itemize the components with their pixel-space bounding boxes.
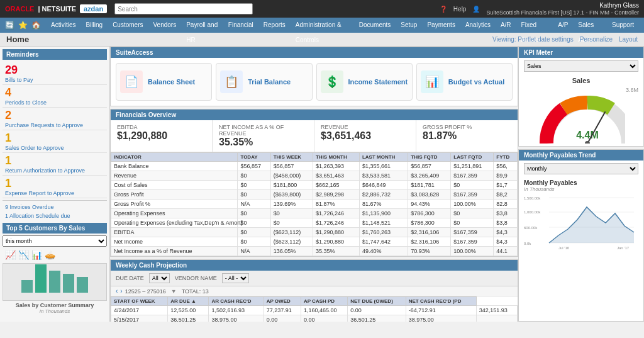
col-indicator: INDICATOR <box>111 153 238 162</box>
table-cell: $1,135,900 <box>359 209 408 218</box>
fin-table-wrap: INDICATOR TODAY THIS WEEK THIS MONTH LAS… <box>111 152 518 256</box>
payables-title: Monthly Payables Trend <box>519 150 643 161</box>
due-date-select[interactable]: All <box>149 273 170 283</box>
gauge-svg: 4.4M <box>537 93 625 144</box>
menu-fixed-assets[interactable]: Fixed Assets <box>516 18 553 33</box>
refresh-icon[interactable]: 🔄 <box>5 21 14 30</box>
tile-budget-vs-actual[interactable]: 📊 Budget vs Actual <box>416 63 513 101</box>
payables-chart-sub: In Thousands <box>524 186 638 192</box>
income-statement-icon: 💲 <box>321 70 343 93</box>
reminder-link-return[interactable]: Return Authorization to Approve <box>5 167 104 174</box>
area-chart-icon[interactable]: 📉 <box>18 250 29 260</box>
bar-chart-icon[interactable]: 📊 <box>31 250 42 260</box>
home-icon[interactable]: 🏠 <box>31 21 41 30</box>
table-cell: $1,251,891 <box>451 162 494 171</box>
page-title: Home <box>6 35 29 44</box>
reminder-purchase: 2 Purchase Requests to Approve <box>3 108 107 130</box>
table-cell: $0 <box>238 209 270 218</box>
menu-reports[interactable]: Reports <box>258 18 291 33</box>
table-cell: $1,355,661 <box>359 162 408 171</box>
invoices-overdue[interactable]: 9 Invoices Overdue <box>3 203 107 211</box>
reminder-link-sales[interactable]: Sales Order to Approve <box>5 145 104 151</box>
menu-vendors[interactable]: Vendors <box>148 18 182 33</box>
reminder-link-expense[interactable]: Expense Report to Approve <box>5 190 104 196</box>
sidebar: Reminders 29 Bills to Pay 4 Periods to C… <box>0 47 110 322</box>
table-cell: $1,263,393 <box>313 162 359 171</box>
menu-activities[interactable]: Activities <box>46 18 80 33</box>
allocation-due[interactable]: 1 Allocation Schedule due <box>3 211 107 220</box>
top5-select[interactable]: this month <box>3 235 107 247</box>
reminder-link-periods[interactable]: Periods to Close <box>5 99 104 106</box>
financials-overview: Financials Overview EBITDA $1,290,880 Ne… <box>110 109 518 257</box>
table-cell: 38,975.00 <box>406 315 476 322</box>
table-cell: 94.43% <box>408 200 451 209</box>
menu-support[interactable]: Support <box>607 18 639 33</box>
table-cell: $56,857 <box>238 162 270 171</box>
table-cell: $0 <box>238 190 270 200</box>
menu-payments[interactable]: Payments <box>422 18 460 33</box>
table-cell: 0.00 <box>348 306 406 315</box>
kpi-ebitda-label: EBITDA <box>117 124 206 130</box>
reminder-return: 1 Return Authorization to Approve <box>3 153 107 176</box>
menu-customers[interactable]: Customers <box>108 18 148 33</box>
table-cell: $0 <box>270 209 313 218</box>
nav-prev-btn[interactable]: ‹ <box>116 288 118 295</box>
menu-ap[interactable]: A/P <box>553 18 573 33</box>
right-column: KPI Meter Sales Sales 3.6M <box>518 47 644 322</box>
table-cell: $56, <box>494 162 518 171</box>
fin-table: INDICATOR TODAY THIS WEEK THIS MONTH LAS… <box>111 152 518 256</box>
table-cell: $56,857 <box>408 162 451 171</box>
azdan-logo: azdan <box>80 4 107 13</box>
nav-range: 12525 – 275016 <box>125 288 166 295</box>
table-cell: 38,975.00 <box>209 315 264 322</box>
reminder-link-purchase[interactable]: Purchase Requests to Approve <box>5 122 104 128</box>
menu-documents[interactable]: Documents <box>354 18 396 33</box>
menu-sales-audit[interactable]: Sales Audit <box>573 18 607 33</box>
menu-analytics[interactable]: Analytics <box>460 18 496 33</box>
user-name: Kathryn Glass <box>486 1 639 9</box>
top-bar-right: ❓ Help 👤 Kathryn Glass SuiteScottish Fin… <box>440 1 639 17</box>
line-chart-area: 1,500.00k 1,000.00k 600.00k 0.0k <box>524 192 638 245</box>
tile-label-trial-balance: Trial Balance <box>248 77 291 86</box>
personalize-label[interactable]: Personalize <box>580 36 613 43</box>
bar-2 <box>35 264 47 293</box>
reminder-bills: 29 Bills to Pay <box>3 62 107 85</box>
search-bar[interactable] <box>114 3 253 14</box>
table-cell: 70.93% <box>408 247 451 256</box>
viewing-label[interactable]: Viewing: Portlet date settings <box>492 36 574 43</box>
tile-label-balance-sheet: Balance Sheet <box>148 77 195 86</box>
tile-income-statement[interactable]: 💲 Income Statement <box>316 63 413 101</box>
table-cell: 136.05% <box>270 247 313 256</box>
kpi-section: KPI Meter Sales Sales 3.6M <box>518 47 644 147</box>
line-chart-icon[interactable]: 📈 <box>5 250 16 260</box>
weekly-cash-projection: Weekly Cash Projection DUE DATE All VEND… <box>110 259 518 322</box>
cash-table: START OF WEEKAR DUE ▲AR CASH REC'DAP OWE… <box>111 296 518 322</box>
payables-select[interactable]: Monthly <box>524 163 638 174</box>
reminder-link-bills[interactable]: Bills to Pay <box>5 77 104 83</box>
nav-next-btn[interactable]: › <box>120 288 122 295</box>
kpi-gross-profit-label: Gross Profit % <box>423 124 511 130</box>
menu-ar[interactable]: A/R <box>496 18 516 33</box>
bookmark-icon[interactable]: ⭐ <box>18 21 28 30</box>
kpi-select[interactable]: Sales <box>524 60 638 72</box>
search-input[interactable] <box>114 3 253 14</box>
chart-type-icons: 📈 📉 📊 🥧 <box>3 249 107 261</box>
table-cell: $2,316,106 <box>408 228 451 237</box>
reminder-number-sales: 1 <box>5 132 104 145</box>
table-row: Net Income as a % of RevenueN/A136.05%35… <box>111 247 518 256</box>
menu-financial[interactable]: Financial <box>223 18 258 33</box>
menu-admin[interactable]: Administration & Controls <box>291 18 354 33</box>
tile-trial-balance[interactable]: 📋 Trial Balance <box>216 63 312 101</box>
table-cell: $56,857 <box>270 162 313 171</box>
pie-chart-icon[interactable]: 🥧 <box>45 250 55 260</box>
gauge-label: Sales <box>572 77 591 84</box>
table-cell: $3,8 <box>494 209 518 218</box>
menu-billing[interactable]: Billing <box>80 18 108 33</box>
table-cell: 81.87% <box>313 200 359 209</box>
menu-setup[interactable]: Setup <box>396 18 422 33</box>
table-cell: 139.69% <box>270 200 313 209</box>
menu-payroll[interactable]: Payroll and HR <box>181 18 223 33</box>
layout-label[interactable]: Layout <box>619 36 638 43</box>
tile-balance-sheet[interactable]: 📄 Balance Sheet <box>116 63 212 101</box>
vendor-name-select[interactable]: - All - <box>222 273 249 283</box>
